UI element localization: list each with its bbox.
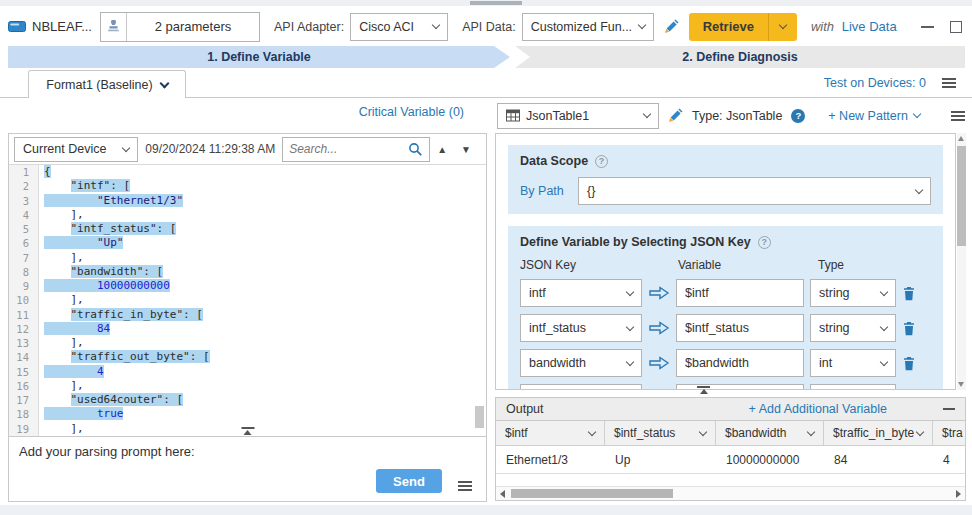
scrollbar-thumb[interactable] [957,146,966,246]
critical-variable-link[interactable]: Critical Variable (0) [8,105,480,119]
output-column-header[interactable]: $intf [496,421,605,445]
delete-variable-icon[interactable] [902,356,916,371]
search-input[interactable] [289,142,404,156]
line-number: 11 [9,308,39,322]
parsing-prompt-area[interactable]: Add your parsing prompt here: Send [9,437,486,502]
minimize-icon[interactable] [921,26,934,28]
api-adapter-select[interactable]: Cisco ACI [350,13,448,41]
scroll-right-icon[interactable] [956,490,961,498]
variable-rows: intfstringintf_statusstringbandwidthint [520,279,931,377]
line-number: 7 [9,251,39,265]
api-data-select[interactable]: Customized Fun... [522,13,654,41]
output-cell: 84 [824,446,933,473]
json-key-select[interactable]: bandwidth [520,349,642,377]
help-icon[interactable]: ? [791,109,805,123]
delete-variable-icon[interactable] [902,321,916,336]
line-number: 4 [9,208,39,222]
right-panel-scrollbar[interactable] [957,133,966,390]
api-parser-window: NBLEAF... 2 parameters API Adapter: Cisc… [0,0,972,515]
line-number: 12 [9,322,39,336]
code-line: 1{ [9,165,486,179]
live-data-link[interactable]: Live Data [842,19,897,34]
output-cell: Up [605,446,716,473]
code-line: 3 "Ethernet1/3" [9,194,486,208]
type-select[interactable] [810,384,896,390]
pattern-select[interactable]: JsonTable1 [497,103,659,129]
output-column-header[interactable]: $tra [933,421,965,445]
scroll-up-icon[interactable] [958,136,964,141]
json-key-select[interactable]: intf [520,279,642,307]
type-select[interactable]: string [810,279,896,307]
line-number: 6 [9,236,39,250]
retrieve-button[interactable]: Retrieve [689,13,769,41]
test-on-devices-link[interactable]: Test on Devices: 0 [824,76,926,90]
type-select[interactable]: int [810,349,896,377]
output-horizontal-scrollbar[interactable] [496,486,965,500]
type-select[interactable]: string [810,314,896,342]
scroll-down-icon[interactable] [958,382,964,387]
variable-input[interactable] [676,349,804,377]
new-pattern-button[interactable]: + New Pattern [828,109,920,123]
retrieve-button-group: Retrieve [689,13,797,41]
api-adapter-value: Cisco ACI [359,20,414,34]
chevron-down-icon [588,427,596,435]
add-additional-variable-link[interactable]: + Add Additional Variable [749,402,887,416]
path-select[interactable]: {} [578,177,931,205]
output-cell: 4 [933,446,965,473]
variable-row-partial [520,384,931,390]
tab-format1-baseline[interactable]: Format1 (Baseline) [28,70,186,98]
hamburger-menu-icon[interactable] [942,82,956,84]
left-panel-toolbar: Current Device 09/20/2024 11:29:38 AM ▲ … [9,134,486,165]
output-column-header[interactable]: $intf_status [605,421,716,445]
chevron-down-icon [880,357,888,365]
editor-scrollbar-thumb[interactable] [475,406,484,428]
step-define-diagnosis[interactable]: 2. Define Diagnosis [515,46,965,68]
variable-input[interactable] [676,279,804,307]
collapse-handle-icon[interactable] [697,386,710,394]
parameters-box[interactable]: 2 parameters [100,12,260,42]
json-key-select[interactable]: intf_status [520,314,642,342]
step-banner: 1. Define Variable 2. Define Diagnosis [8,46,965,68]
code-line: 8 "bandwidth": [ [9,265,486,279]
step-define-variable[interactable]: 1. Define Variable [8,46,510,68]
hamburger-menu-icon[interactable] [458,485,472,487]
search-icon[interactable] [408,142,423,157]
output-column-header[interactable]: $bandwidth [716,421,824,445]
chevron-down-icon [626,357,634,365]
output-header-row: $intf$intf_status$bandwidth$traffic_in_b… [496,421,965,446]
variable-row: intfstring [520,279,931,307]
send-button[interactable]: Send [376,469,442,493]
code-line: 13 ], [9,336,486,350]
collapse-handle-icon[interactable] [241,427,254,435]
chevron-down-icon [432,21,440,29]
maximize-icon[interactable] [950,21,962,33]
retrieve-dropdown-button[interactable] [769,13,797,41]
delete-variable-icon[interactable] [902,286,916,301]
help-icon[interactable]: ? [595,155,608,168]
drag-handle[interactable] [470,1,522,5]
variable-input[interactable] [676,384,804,390]
line-number: 18 [9,407,39,421]
output-column-header[interactable]: $traffic_in_byte [824,421,933,445]
collapse-output-icon[interactable] [943,408,955,410]
variable-row: intf_statusstring [520,314,931,342]
hamburger-menu-icon[interactable] [951,115,965,117]
chevron-down-icon [643,110,651,118]
chevron-down-icon [880,322,888,330]
help-icon[interactable]: ? [758,236,771,249]
code-line: 11 "traffic_in_byte": [ [9,308,486,322]
search-prev-icon[interactable]: ▲ [437,144,447,155]
line-number: 10 [9,293,39,307]
edit-api-data-icon[interactable] [664,19,679,34]
scrollbar-thumb[interactable] [511,489,673,498]
variable-input[interactable] [676,314,804,342]
output-data-row: Ethernet1/3Up10000000000844 [496,446,965,474]
device-select[interactable]: Current Device [14,137,138,162]
edit-pattern-icon[interactable] [668,108,683,123]
search-next-icon[interactable]: ▼ [461,144,471,155]
code-editor[interactable]: 1{2 "intf": [3 "Ethernet1/3"4 ],5 "intf_… [9,165,486,436]
scroll-left-icon[interactable] [500,490,505,498]
api-data-value: Customized Fun... [531,20,632,34]
device-icon [8,20,26,33]
json-key-select[interactable] [520,384,642,390]
